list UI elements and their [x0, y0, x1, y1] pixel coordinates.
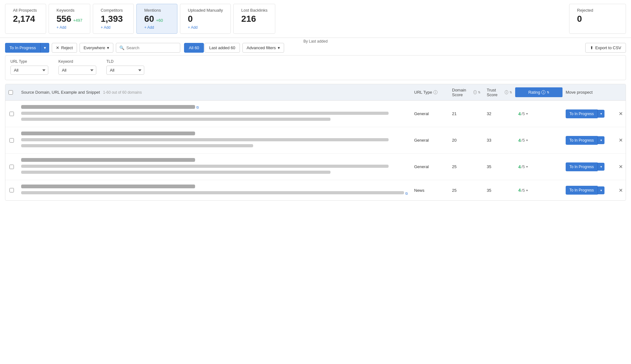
row-2-trust-score: 33	[484, 138, 515, 143]
row-4-url-title	[21, 185, 408, 190]
url-type-label: URL Type	[10, 59, 48, 64]
row-1-move-cell: To In Progress ▾	[563, 109, 613, 118]
stats-bar: All Prospects 2,174 Keywords 556 +497 + …	[0, 0, 631, 38]
external-link-icon[interactable]: ⧉	[405, 191, 408, 196]
keyword-select[interactable]: All	[58, 66, 96, 75]
row-4-rating: 4 /5 ▾	[515, 188, 563, 193]
row-4-close-button[interactable]: ✕	[616, 186, 625, 195]
row-1-url-type: General	[411, 111, 449, 116]
tab-all[interactable]: All 60	[184, 43, 204, 53]
rating-chevron-icon[interactable]: ▾	[526, 165, 528, 168]
stat-add-uploaded[interactable]: + Add	[188, 25, 223, 30]
reject-button[interactable]: ✕ Reject	[52, 43, 77, 53]
row-2-move-button[interactable]: To In Progress	[566, 136, 598, 145]
chevron-down-icon: ▾	[44, 45, 46, 50]
row-3-close-button[interactable]: ✕	[616, 162, 625, 171]
row-3-move-dropdown[interactable]: ▾	[598, 163, 604, 171]
stat-card-rejected: Rejected 0	[569, 4, 626, 34]
row-4-url-cell: ⧉	[18, 185, 411, 196]
stat-label-keywords: Keywords	[57, 8, 82, 13]
stat-label-competitors: Competitors	[101, 8, 126, 13]
to-in-progress-button-group: To In Progress ▾	[5, 43, 49, 53]
row-4-move-button[interactable]: To In Progress	[566, 186, 598, 195]
row-3-blurred-title	[21, 158, 195, 162]
stat-add-competitors[interactable]: + Add	[101, 25, 126, 30]
stat-value-mentions: 60 +60	[144, 14, 170, 24]
stat-value-keywords: 556 +497	[57, 14, 82, 24]
select-all-checkbox[interactable]	[9, 90, 13, 95]
stat-delta-keywords: +497	[73, 18, 82, 23]
row-2-close-button[interactable]: ✕	[616, 136, 625, 144]
row-1-move-button-group: To In Progress ▾	[566, 109, 610, 118]
row-4-blurred-url	[21, 191, 404, 194]
stat-value-rejected: 0	[577, 14, 618, 24]
table-header: Source Domain, URL Example and Snippet 1…	[5, 84, 626, 101]
row-3-url-cell	[18, 158, 411, 175]
keyword-filter: Keyword All	[58, 59, 96, 75]
row-4-url-with-icon: ⧉	[21, 191, 408, 196]
stat-delta-mentions: +60	[156, 18, 163, 23]
tld-select[interactable]: All	[106, 66, 144, 75]
row-2-checkbox[interactable]	[9, 138, 14, 143]
stat-value-lost-backlinks: 216	[241, 14, 267, 24]
url-type-select[interactable]: All	[10, 66, 48, 75]
row-3-move-button[interactable]: To In Progress	[566, 162, 598, 171]
row-3-checkbox-cell	[5, 165, 18, 169]
row-1-close-cell: ✕	[613, 109, 626, 118]
row-1-checkbox[interactable]	[9, 112, 14, 116]
to-in-progress-dropdown-button[interactable]: ▾	[40, 43, 49, 53]
row-2-blurred-title	[21, 132, 195, 135]
row-1-trust-score: 32	[484, 111, 515, 116]
stat-add-keywords[interactable]: + Add	[57, 25, 82, 30]
filter-row: URL Type All Keyword All TLD All	[5, 55, 626, 80]
row-2-move-dropdown[interactable]: ▾	[598, 136, 604, 144]
row-3-blurred-url	[21, 165, 389, 168]
everywhere-dropdown[interactable]: Everywhere ▾	[80, 43, 114, 53]
trust-score-sort-icon[interactable]: ⇅	[509, 91, 512, 94]
to-in-progress-button[interactable]: To In Progress	[5, 43, 40, 53]
row-4-close-cell: ✕	[613, 186, 626, 195]
row-3-trust-score: 35	[484, 164, 515, 169]
stat-value-uploaded: 0	[188, 14, 223, 24]
row-1-blurred-title	[21, 105, 195, 109]
stat-add-mentions[interactable]: + Add	[144, 25, 170, 30]
th-rating: Rating i ⇅	[515, 87, 563, 97]
export-csv-button[interactable]: ⬆ Export to CSV	[585, 43, 626, 53]
row-4-move-dropdown[interactable]: ▾	[598, 186, 604, 194]
row-2-checkbox-cell	[5, 138, 18, 143]
rating-sort-icon[interactable]: ⇅	[547, 91, 549, 94]
trust-score-info-icon: i	[505, 90, 508, 94]
rating-chevron-icon[interactable]: ▾	[526, 138, 528, 142]
tab-last-added[interactable]: Last added 60	[205, 43, 240, 53]
url-type-filter: URL Type All	[10, 59, 48, 75]
tld-filter: TLD All	[106, 59, 144, 75]
tld-label: TLD	[106, 59, 144, 64]
row-1-move-dropdown[interactable]: ▾	[598, 110, 604, 118]
stat-card-keywords: Keywords 556 +497 + Add	[49, 4, 90, 34]
row-4-move-cell: To In Progress ▾	[563, 186, 613, 195]
row-4-checkbox[interactable]	[9, 188, 14, 192]
domain-score-sort-icon[interactable]: ⇅	[478, 91, 480, 94]
row-2-url-type: General	[411, 138, 449, 143]
stat-card-all-prospects: All Prospects 2,174	[5, 4, 46, 34]
th-trust-score: Trust Score i ⇅	[484, 88, 515, 97]
table-row: General 25 35 4 /5 ▾ To In Progress ▾ ✕	[5, 154, 626, 180]
th-checkbox	[5, 90, 18, 95]
row-1-checkbox-cell	[5, 112, 18, 116]
rating-chevron-icon[interactable]: ▾	[526, 112, 528, 115]
rating-chevron-icon[interactable]: ▾	[526, 189, 528, 192]
row-1-move-button[interactable]: To In Progress	[566, 109, 598, 118]
row-3-url-type: General	[411, 164, 449, 169]
stat-label-uploaded: Uploaded Manually	[188, 8, 223, 13]
stat-card-uploaded: Uploaded Manually 0 + Add	[180, 4, 231, 34]
row-1-close-button[interactable]: ✕	[616, 109, 625, 118]
stat-card-mentions: Mentions 60 +60 + Add	[136, 4, 177, 34]
search-input[interactable]	[126, 45, 177, 50]
external-link-icon[interactable]: ⧉	[196, 105, 199, 109]
row-1-blurred-snippet	[21, 118, 330, 121]
advanced-filters-button[interactable]: Advanced filters ▾	[242, 43, 284, 53]
row-3-checkbox[interactable]	[9, 165, 14, 169]
row-4-move-button-group: To In Progress ▾	[566, 186, 610, 195]
row-2-move-cell: To In Progress ▾	[563, 136, 613, 145]
row-3-rating: 4 /5 ▾	[515, 164, 563, 169]
